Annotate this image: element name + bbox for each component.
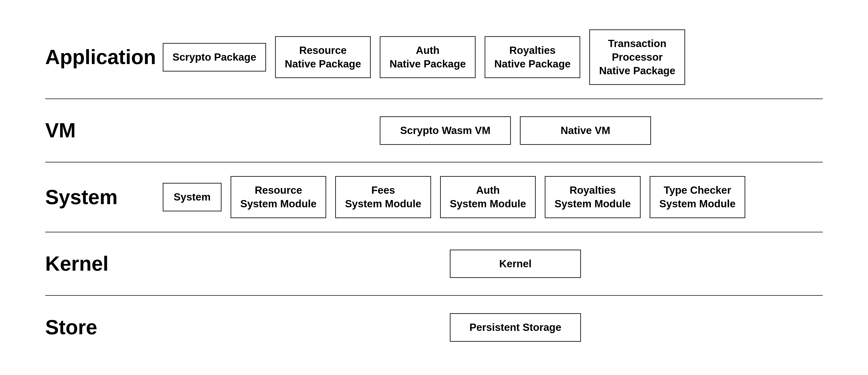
kernel-label: Kernel [45,252,163,276]
resource-system-module-box: ResourceSystem Module [230,176,326,218]
architecture-diagram: Application Scrypto Package ResourceNati… [27,2,841,373]
resource-native-package-box: ResourceNative Package [275,36,371,78]
store-label: Store [45,316,163,339]
system-label: System [45,185,163,209]
fees-system-module-box: FeesSystem Module [335,176,431,218]
store-layer: Store Persistent Storage [45,296,823,359]
auth-system-module-box: AuthSystem Module [440,176,536,218]
scrypto-package-box: Scrypto Package [163,43,266,71]
transaction-processor-native-package-box: TransactionProcessorNative Package [589,29,685,85]
kernel-content: Kernel [163,250,823,278]
system-content: System ResourceSystem Module FeesSystem … [163,176,823,218]
application-content: Scrypto Package ResourceNative Package A… [163,29,823,85]
persistent-storage-box: Persistent Storage [450,313,581,342]
auth-native-package-box: AuthNative Package [380,36,475,78]
vm-content: Scrypto Wasm VM Native VM [163,116,823,145]
vm-label: VM [45,119,163,142]
native-vm-box: Native VM [520,116,651,145]
system-layer: System System ResourceSystem Module Fees… [45,163,823,232]
royalties-system-module-box: RoyaltiesSystem Module [545,176,640,218]
vm-layer: VM Scrypto Wasm VM Native VM [45,99,823,163]
application-label: Application [45,46,163,69]
royalties-native-package-box: RoyaltiesNative Package [485,36,581,78]
application-layer: Application Scrypto Package ResourceNati… [45,16,823,99]
type-checker-system-module-box: Type CheckerSystem Module [650,176,745,218]
system-box: System [163,183,221,211]
kernel-layer: Kernel Kernel [45,232,823,296]
kernel-box: Kernel [450,250,581,278]
scrypto-wasm-vm-box: Scrypto Wasm VM [380,116,511,145]
store-content: Persistent Storage [163,313,823,342]
